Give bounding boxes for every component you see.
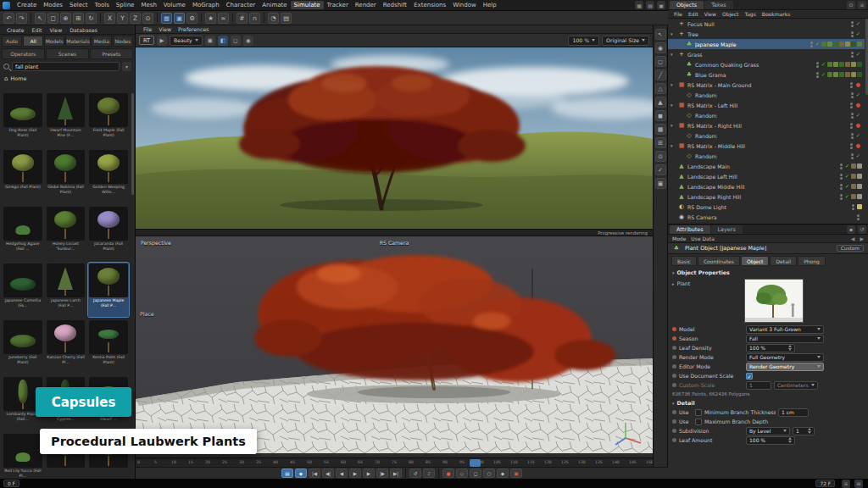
scale-icon[interactable]: ⊞ <box>73 13 84 24</box>
tool-strip-icon-10[interactable]: ✓ <box>655 164 666 175</box>
object-menu-file[interactable]: File <box>671 11 685 17</box>
render-canvas[interactable] <box>136 47 653 229</box>
material-chip[interactable] <box>827 72 832 77</box>
timeline-mode-button[interactable]: ▤ <box>281 469 293 478</box>
visibility-dot[interactable] <box>851 96 854 98</box>
filter-tab-all[interactable]: All <box>23 36 43 47</box>
plant-item[interactable]: Jacaranda (Fall Plant) <box>88 206 129 260</box>
material-chip[interactable] <box>851 184 856 189</box>
visibility-dot[interactable] <box>840 167 843 169</box>
object-row[interactable]: ◇Random✓ <box>668 90 865 100</box>
keyframe-dot[interactable] <box>672 438 676 442</box>
collapse-icon[interactable]: ▾ <box>670 52 677 57</box>
tab-basic[interactable]: Basic <box>671 256 697 266</box>
coordinate-system-icon[interactable]: ⊙ <box>142 13 153 24</box>
tab-objects[interactable]: Objects <box>670 1 704 9</box>
render-active-view-icon[interactable]: ▣ <box>174 13 185 24</box>
enabled-check-icon[interactable]: ✓ <box>821 71 826 78</box>
material-chip[interactable] <box>833 42 838 47</box>
visibility-dot[interactable] <box>857 214 860 217</box>
snapshot-icon[interactable]: ▣ <box>205 36 215 46</box>
material-chip[interactable] <box>857 194 862 199</box>
tool-strip-icon-1[interactable]: ◉ <box>655 42 666 53</box>
material-chip[interactable] <box>851 174 856 179</box>
object-row[interactable]: ♣Blue Grama✓ <box>668 69 865 80</box>
color-picker-icon[interactable]: ◉ <box>243 36 253 46</box>
object-row[interactable]: ▲Landscape Left Hill✓ <box>668 171 865 181</box>
menu-modes[interactable]: Modes <box>40 1 66 9</box>
live-selection-icon[interactable]: ↖ <box>35 13 46 24</box>
plant-item[interactable]: Dwarf Mountain Pine (F… <box>46 92 86 147</box>
visibility-dot[interactable] <box>850 103 853 105</box>
keyframe-dot[interactable] <box>672 419 676 424</box>
visibility-dot[interactable] <box>851 31 854 34</box>
rotate-icon[interactable]: ↻ <box>86 13 97 24</box>
menu-help[interactable]: Help <box>480 1 500 9</box>
rotation-key-button[interactable]: ○ <box>483 469 495 478</box>
breadcrumb[interactable]: ⌂ Home <box>0 73 135 85</box>
visibility-dot[interactable] <box>851 25 854 27</box>
object-row[interactable]: ▾▦RS Matrix - Middle Hill● <box>668 141 865 151</box>
visibility-dots[interactable] <box>851 113 854 119</box>
keyframe-dot[interactable] <box>672 374 676 378</box>
jump-start-button[interactable]: |◀ <box>309 469 320 478</box>
render-view-menu-preferences[interactable]: Preferences <box>175 26 212 32</box>
menu-spline[interactable]: Spline <box>113 1 138 9</box>
tool-strip-icon-2[interactable]: ◻ <box>655 56 666 67</box>
magic-solo-icon[interactable]: ★ <box>205 13 216 24</box>
visibility-dot[interactable] <box>852 204 854 207</box>
material-chip[interactable] <box>845 62 850 67</box>
editor-mode-dropdown[interactable]: Render Geometry <box>746 363 824 371</box>
app-logo-icon[interactable] <box>3 2 10 9</box>
plant-item[interactable]: Ginkgo (Fall Plant) <box>3 149 43 203</box>
enabled-check-icon[interactable]: ✓ <box>815 41 820 47</box>
forward-icon[interactable]: ▶ <box>860 236 864 241</box>
visibility-dot[interactable] <box>852 208 854 210</box>
material-chip[interactable] <box>851 164 856 169</box>
menu-simulate[interactable]: Simulate <box>291 1 324 9</box>
material-chip[interactable] <box>851 62 856 67</box>
tab-phong[interactable]: Phong <box>798 256 826 266</box>
object-row[interactable]: ▲Landscape Main✓ <box>668 161 865 171</box>
material-chip[interactable] <box>857 184 862 189</box>
filter-tab-nodes[interactable]: Nodes <box>113 36 133 47</box>
visibility-dots[interactable] <box>810 42 813 47</box>
object-row[interactable]: ♣Common Quaking Grass✓ <box>668 59 865 69</box>
move-icon[interactable]: ⊕ <box>60 13 71 24</box>
asset-menu-create[interactable]: Create <box>3 27 28 33</box>
render-mode-dropdown[interactable]: Full Geometry <box>746 353 824 362</box>
leaf-density-field[interactable]: 100 % <box>746 344 795 352</box>
object-menu-object[interactable]: Object <box>720 11 742 17</box>
visibility-dots[interactable] <box>851 133 854 139</box>
enabled-check-icon[interactable]: ✓ <box>856 30 860 37</box>
object-row[interactable]: ▾▦RS Matrix - Main Ground● <box>668 80 865 90</box>
enabled-check-icon[interactable]: ✓ <box>856 132 860 139</box>
range-end-field[interactable]: 72 F <box>815 480 835 487</box>
spinner-icon[interactable] <box>788 437 792 443</box>
menu-tracker[interactable]: Tracker <box>324 1 352 9</box>
collapse-icon[interactable]: ▾ <box>670 103 677 108</box>
keyframe-dot[interactable] <box>672 429 676 433</box>
y-axis-lock-icon[interactable]: Y <box>117 13 128 24</box>
plant-item[interactable]: Japanese Larch (Fall P… <box>46 263 86 317</box>
menu-character[interactable]: Character <box>223 1 259 9</box>
visibility-dot[interactable] <box>850 147 853 149</box>
collapse-icon[interactable]: ▾ <box>670 82 677 87</box>
object-row[interactable]: ▾+Grass✓ <box>668 49 865 59</box>
object-row[interactable]: ▾▦RS Matrix - Right Hill● <box>668 120 865 130</box>
object-row[interactable]: ▾+Tree✓ <box>668 29 865 39</box>
plant-item[interactable]: Hedgehog Agave (Fall … <box>3 206 43 260</box>
menu-extensions[interactable]: Extensions <box>410 1 449 9</box>
min-branch-checkbox[interactable] <box>695 409 702 416</box>
object-row[interactable]: ▲Landscape Right Hill✓ <box>668 191 865 202</box>
plant-item[interactable]: Honey Locust 'Sunbur… <box>46 206 86 260</box>
timeline-ruler[interactable]: 0510152025303540455055606570758085909510… <box>136 458 653 467</box>
material-chip[interactable] <box>839 72 844 77</box>
filter-tab-media[interactable]: Media <box>92 36 112 47</box>
visibility-dot[interactable] <box>840 177 843 180</box>
visibility-dot[interactable] <box>816 62 819 64</box>
layout-2-icon[interactable]: ▤ <box>646 1 654 9</box>
undo-icon[interactable]: ↶ <box>3 13 14 24</box>
use-data-menu[interactable]: Use Data <box>691 236 714 241</box>
collapse-icon[interactable]: ▾ <box>670 123 677 128</box>
